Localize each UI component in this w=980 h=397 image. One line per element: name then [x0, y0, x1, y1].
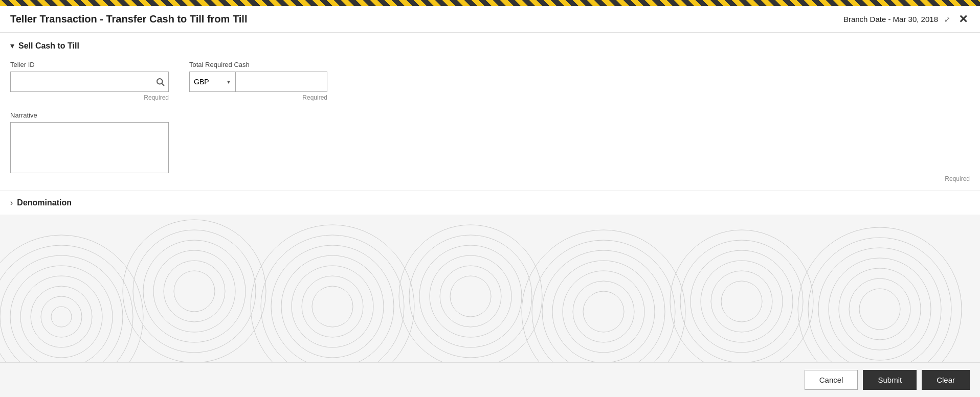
total-required-cash-group: Total Required Cash GBP USD EUR Required: [189, 61, 327, 101]
denomination-title: Denomination: [17, 198, 72, 207]
svg-point-31: [583, 291, 624, 332]
svg-point-10: [153, 250, 235, 332]
svg-line-1: [162, 83, 164, 85]
svg-point-3: [31, 286, 92, 347]
narrative-group: Narrative Required: [10, 111, 970, 182]
svg-point-4: [41, 296, 82, 337]
teller-id-input[interactable]: [10, 72, 169, 92]
narrative-label: Narrative: [10, 111, 970, 119]
total-required-cash-required: Required: [189, 94, 327, 101]
teller-id-group: Teller ID Required: [10, 61, 169, 101]
svg-point-21: [261, 235, 404, 362]
svg-point-43: [849, 278, 910, 340]
svg-point-12: [174, 271, 215, 312]
svg-point-15: [123, 220, 266, 362]
cancel-button[interactable]: Cancel: [805, 370, 858, 390]
close-button[interactable]: ✕: [956, 14, 970, 25]
decorative-area: [0, 215, 980, 362]
svg-point-5: [51, 307, 72, 327]
sell-cash-title: Sell Cash to Till: [18, 41, 79, 51]
svg-point-18: [312, 286, 353, 327]
submit-button[interactable]: Submit: [863, 370, 917, 390]
svg-point-9: [0, 235, 143, 362]
narrative-required: Required: [10, 175, 970, 182]
modal-footer: Cancel Submit Clear: [0, 362, 980, 397]
narrative-textarea[interactable]: [10, 122, 169, 173]
svg-point-32: [552, 261, 655, 362]
svg-point-36: [701, 261, 783, 342]
modal-body: ▾ Sell Cash to Till Teller ID: [0, 33, 980, 362]
teller-id-label: Teller ID: [10, 61, 169, 68]
svg-point-37: [711, 271, 772, 332]
header-right: Branch Date - Mar 30, 2018 ⤢ ✕: [843, 14, 970, 25]
total-required-cash-label: Total Required Cash: [189, 61, 327, 68]
sell-cash-toggle-icon[interactable]: ▾: [10, 41, 14, 51]
svg-point-6: [10, 266, 113, 362]
teller-id-input-wrapper: [10, 72, 169, 92]
top-banner: [0, 0, 980, 6]
svg-point-14: [133, 230, 256, 353]
svg-point-29: [563, 271, 644, 353]
sell-cash-section-header: ▾ Sell Cash to Till: [10, 41, 970, 51]
currency-select[interactable]: GBP USD EUR: [189, 72, 235, 92]
modal-container: Teller Transaction - Transfer Cash to Ti…: [0, 6, 980, 397]
svg-point-13: [143, 240, 246, 342]
denomination-section: › Denomination: [0, 191, 980, 215]
svg-point-11: [164, 261, 225, 322]
svg-point-8: [0, 245, 133, 362]
svg-point-46: [818, 248, 941, 362]
svg-point-7: [0, 255, 123, 362]
clear-button[interactable]: Clear: [922, 370, 970, 390]
cash-input-group: GBP USD EUR: [189, 72, 327, 92]
cash-amount-input[interactable]: [235, 72, 327, 92]
svg-point-16: [292, 266, 373, 347]
svg-point-17: [302, 276, 363, 337]
svg-point-40: [680, 240, 803, 362]
expand-icon[interactable]: ⤢: [944, 15, 950, 24]
svg-point-25: [450, 276, 491, 317]
svg-point-2: [20, 276, 102, 358]
branch-date: Branch Date - Mar 30, 2018: [843, 15, 938, 24]
search-icon: [155, 77, 165, 86]
currency-select-wrapper: GBP USD EUR: [189, 72, 235, 92]
svg-point-24: [440, 266, 501, 327]
teller-id-required: Required: [10, 94, 169, 101]
svg-point-45: [829, 258, 931, 360]
teller-id-search-button[interactable]: [155, 77, 165, 86]
denomination-toggle-icon[interactable]: ›: [10, 198, 13, 207]
svg-point-23: [430, 255, 511, 337]
svg-point-44: [859, 289, 900, 330]
svg-point-39: [691, 250, 793, 353]
svg-point-33: [542, 250, 665, 362]
modal-title: Teller Transaction - Transfer Cash to Ti…: [10, 13, 247, 25]
svg-point-20: [271, 245, 394, 362]
denomination-header[interactable]: › Denomination: [10, 198, 970, 207]
svg-point-42: [839, 268, 921, 350]
decorative-pattern: [0, 215, 980, 362]
sell-cash-section: ▾ Sell Cash to Till Teller ID: [0, 33, 980, 191]
svg-point-38: [721, 281, 762, 322]
svg-point-27: [409, 235, 532, 358]
form-row-top: Teller ID Required Total Re: [10, 61, 970, 101]
modal-header: Teller Transaction - Transfer Cash to Ti…: [0, 6, 980, 33]
svg-point-19: [281, 255, 384, 358]
svg-point-30: [573, 281, 634, 342]
svg-point-26: [419, 245, 522, 347]
